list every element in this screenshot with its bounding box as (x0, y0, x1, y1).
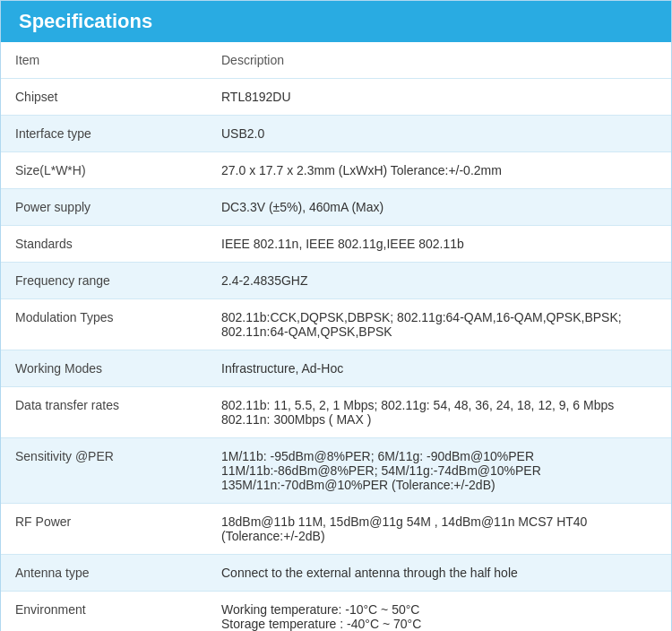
row-description: Infrastructure, Ad-Hoc (207, 350, 671, 387)
row-description: Working temperature: -10°C ~ 50°C Storag… (207, 592, 671, 632)
row-description: 27.0 x 17.7 x 2.3mm (LxWxH) Tolerance:+/… (207, 152, 671, 189)
row-description: 802.11b:CCK,DQPSK,DBPSK; 802.11g:64-QAM,… (207, 299, 671, 350)
row-description: RTL8192DU (207, 79, 671, 116)
table-row: Data transfer rates802.11b: 11, 5.5, 2, … (1, 387, 671, 438)
row-item-label: Sensitivity @PER (1, 438, 207, 504)
row-item-label: Data transfer rates (1, 387, 207, 438)
row-item-label: Chipset (1, 79, 207, 116)
table-row: EnvironmentWorking temperature: -10°C ~ … (1, 592, 671, 632)
row-item-label: Modulation Types (1, 299, 207, 350)
row-description: 2.4-2.4835GHZ (207, 263, 671, 299)
row-item-label: Size(L*W*H) (1, 152, 207, 189)
row-item-label: Power supply (1, 189, 207, 226)
table-row: RF Power18dBm@11b 11M, 15dBm@11g 54M , 1… (1, 504, 671, 555)
table-row: Frequency range2.4-2.4835GHZ (1, 263, 671, 299)
row-item-label: Antenna type (1, 555, 207, 592)
table-header-row: Item Description (1, 42, 671, 79)
row-description: 802.11b: 11, 5.5, 2, 1 Mbps; 802.11g: 54… (207, 387, 671, 438)
table-row: Modulation Types802.11b:CCK,DQPSK,DBPSK;… (1, 299, 671, 350)
row-item-label: RF Power (1, 504, 207, 555)
page-title: Specifications (19, 10, 653, 33)
row-item-label: Frequency range (1, 263, 207, 299)
row-description: 18dBm@11b 11M, 15dBm@11g 54M , 14dBm@11n… (207, 504, 671, 555)
specifications-table: Item Description ChipsetRTL8192DUInterfa… (1, 42, 671, 631)
col-header-item: Item (1, 42, 207, 79)
row-description: 1M/11b: -95dBm@8%PER; 6M/11g: -90dBm@10%… (207, 438, 671, 504)
row-description: DC3.3V (±5%), 460mA (Max) (207, 189, 671, 226)
table-row: StandardsIEEE 802.11n, IEEE 802.11g,IEEE… (1, 226, 671, 263)
table-row: Antenna typeConnect to the external ante… (1, 555, 671, 592)
table-row: Power supplyDC3.3V (±5%), 460mA (Max) (1, 189, 671, 226)
col-header-description: Description (207, 42, 671, 79)
table-row: Working ModesInfrastructure, Ad-Hoc (1, 350, 671, 387)
row-description: USB2.0 (207, 116, 671, 152)
table-row: ChipsetRTL8192DU (1, 79, 671, 116)
row-item-label: Working Modes (1, 350, 207, 387)
specifications-header: Specifications (1, 1, 671, 42)
table-row: Size(L*W*H)27.0 x 17.7 x 2.3mm (LxWxH) T… (1, 152, 671, 189)
table-row: Sensitivity @PER1M/11b: -95dBm@8%PER; 6M… (1, 438, 671, 504)
row-description: Connect to the external antenna through … (207, 555, 671, 592)
specifications-container: Specifications Item Description ChipsetR… (0, 0, 672, 631)
table-row: Interface typeUSB2.0 (1, 116, 671, 152)
table-body: ChipsetRTL8192DUInterface typeUSB2.0Size… (1, 79, 671, 632)
row-item-label: Standards (1, 226, 207, 263)
row-description: IEEE 802.11n, IEEE 802.11g,IEEE 802.11b (207, 226, 671, 263)
row-item-label: Interface type (1, 116, 207, 152)
row-item-label: Environment (1, 592, 207, 632)
